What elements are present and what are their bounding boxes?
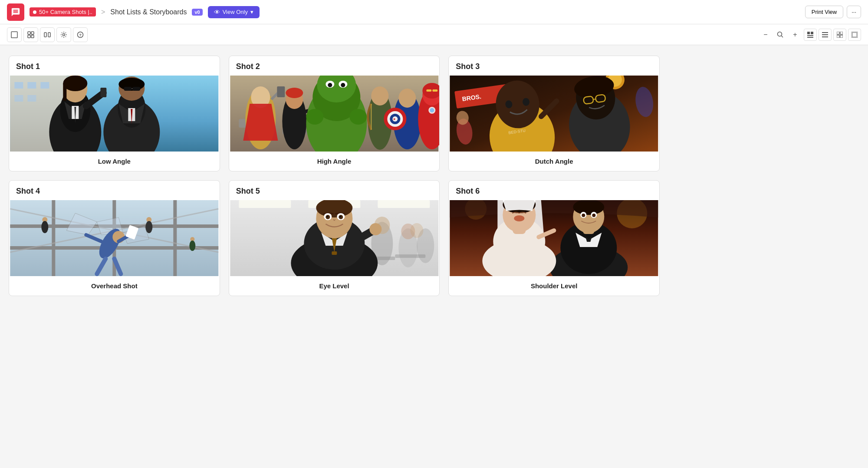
svg-rect-142 bbox=[395, 254, 425, 258]
svg-point-76 bbox=[398, 89, 416, 108]
svg-point-174 bbox=[514, 215, 525, 221]
svg-rect-5 bbox=[44, 33, 46, 37]
svg-rect-12 bbox=[807, 32, 810, 34]
svg-rect-134 bbox=[378, 200, 430, 208]
svg-rect-45 bbox=[124, 87, 132, 91]
svg-text:★: ★ bbox=[393, 117, 396, 121]
zoom-in-button[interactable]: + bbox=[789, 29, 801, 41]
shot-title-6: Shot 6 bbox=[449, 181, 659, 200]
shot-image-4 bbox=[9, 200, 220, 276]
svg-rect-0 bbox=[11, 32, 17, 38]
svg-rect-4 bbox=[31, 35, 34, 38]
shot-card-6: Shot 6 bbox=[448, 180, 660, 296]
shot-label-4: Overhead Shot bbox=[9, 276, 220, 296]
more-options-button[interactable]: ··· bbox=[847, 6, 861, 18]
tool-columns[interactable] bbox=[40, 27, 55, 42]
tool-settings[interactable] bbox=[56, 27, 71, 42]
shot-title-2: Shot 2 bbox=[229, 56, 440, 76]
toolbar: ? − + bbox=[0, 24, 868, 45]
shot-label-6: Shoulder Level bbox=[449, 276, 659, 296]
breadcrumb-project[interactable]: 50+ Camera Shots |.. bbox=[30, 7, 96, 16]
shot-title-3: Shot 3 bbox=[449, 56, 659, 76]
shot-card-3: Shot 3 BROS. bbox=[448, 56, 660, 171]
svg-point-167 bbox=[582, 214, 585, 217]
zoom-out-button[interactable]: − bbox=[760, 29, 772, 41]
svg-point-168 bbox=[592, 214, 596, 217]
shot-label-1: Low Angle bbox=[9, 152, 220, 171]
svg-rect-15 bbox=[807, 37, 813, 38]
view-list-button[interactable] bbox=[819, 29, 832, 41]
svg-rect-30 bbox=[40, 82, 49, 89]
shot-image-6 bbox=[449, 200, 659, 276]
zoom-icon bbox=[774, 29, 786, 41]
shot-title-1: Shot 1 bbox=[9, 56, 220, 76]
svg-rect-6 bbox=[48, 33, 50, 37]
svg-rect-32 bbox=[27, 95, 36, 102]
svg-point-156 bbox=[369, 223, 381, 235]
tool-single[interactable] bbox=[7, 27, 22, 42]
shot-label-2: High Angle bbox=[229, 152, 440, 171]
svg-rect-1 bbox=[28, 32, 30, 34]
svg-rect-21 bbox=[837, 35, 839, 38]
svg-rect-19 bbox=[837, 32, 839, 34]
view-only-label: View Only bbox=[223, 9, 248, 15]
svg-rect-40 bbox=[100, 88, 106, 97]
svg-point-60 bbox=[286, 88, 303, 98]
svg-rect-13 bbox=[811, 32, 813, 34]
breadcrumb-section[interactable]: Shot Lists & Storyboards bbox=[110, 8, 187, 16]
view-grid-button[interactable] bbox=[833, 29, 846, 41]
svg-line-106 bbox=[593, 99, 596, 99]
app-icon bbox=[7, 3, 24, 21]
shot-label-5: Eye Level bbox=[229, 276, 440, 296]
shots-grid: Shot 1 bbox=[9, 56, 660, 296]
svg-rect-31 bbox=[14, 95, 23, 102]
svg-line-11 bbox=[782, 36, 783, 37]
svg-point-140 bbox=[410, 223, 423, 238]
view-toggle-group bbox=[804, 29, 861, 41]
svg-point-71 bbox=[349, 109, 367, 125]
shot-card-1: Shot 1 bbox=[9, 56, 220, 171]
toolbar-right: − + bbox=[760, 29, 861, 41]
svg-point-7 bbox=[63, 33, 65, 36]
view-expand-button[interactable] bbox=[848, 29, 861, 41]
svg-point-70 bbox=[306, 109, 323, 125]
svg-point-126 bbox=[41, 221, 48, 233]
view-rows-button[interactable] bbox=[804, 29, 817, 41]
svg-rect-24 bbox=[852, 33, 857, 37]
shot-image-3: BROS. bbox=[449, 76, 659, 152]
svg-rect-22 bbox=[840, 35, 843, 38]
svg-rect-37 bbox=[63, 83, 66, 101]
eye-icon: 👁 bbox=[214, 9, 220, 16]
header-actions: Print View ··· bbox=[805, 6, 861, 18]
tool-grid[interactable] bbox=[23, 27, 38, 42]
svg-rect-2 bbox=[31, 32, 34, 34]
shot-card-5: Shot 5 bbox=[229, 180, 440, 296]
svg-rect-17 bbox=[822, 34, 828, 35]
header: 50+ Camera Shots |.. > Shot Lists & Stor… bbox=[0, 0, 868, 24]
svg-point-153 bbox=[326, 216, 328, 218]
svg-rect-18 bbox=[822, 36, 828, 37]
svg-point-88 bbox=[430, 108, 434, 112]
svg-rect-28 bbox=[14, 82, 23, 89]
shot-card-4: Shot 4 bbox=[9, 180, 220, 296]
svg-point-36 bbox=[63, 76, 87, 91]
shot-title-4: Shot 4 bbox=[9, 181, 220, 200]
svg-point-10 bbox=[778, 32, 782, 36]
svg-point-128 bbox=[145, 221, 152, 233]
svg-rect-29 bbox=[27, 82, 36, 89]
svg-rect-85 bbox=[426, 89, 431, 92]
shot-title-5: Shot 5 bbox=[229, 181, 440, 200]
svg-rect-132 bbox=[239, 200, 291, 208]
shot-label-3: Dutch Angle bbox=[449, 152, 659, 171]
view-only-button[interactable]: 👁 View Only ▾ bbox=[208, 6, 260, 18]
svg-rect-14 bbox=[807, 35, 813, 36]
tool-help[interactable]: ? bbox=[73, 27, 88, 42]
shot-card-2: Shot 2 bbox=[229, 56, 440, 171]
svg-point-68 bbox=[328, 83, 332, 87]
project-name: 50+ Camera Shots |.. bbox=[39, 9, 92, 15]
svg-point-154 bbox=[339, 216, 341, 218]
svg-rect-46 bbox=[132, 87, 140, 91]
version-badge: v0 bbox=[192, 9, 202, 16]
svg-rect-20 bbox=[840, 32, 843, 34]
print-view-button[interactable]: Print View bbox=[805, 6, 843, 18]
